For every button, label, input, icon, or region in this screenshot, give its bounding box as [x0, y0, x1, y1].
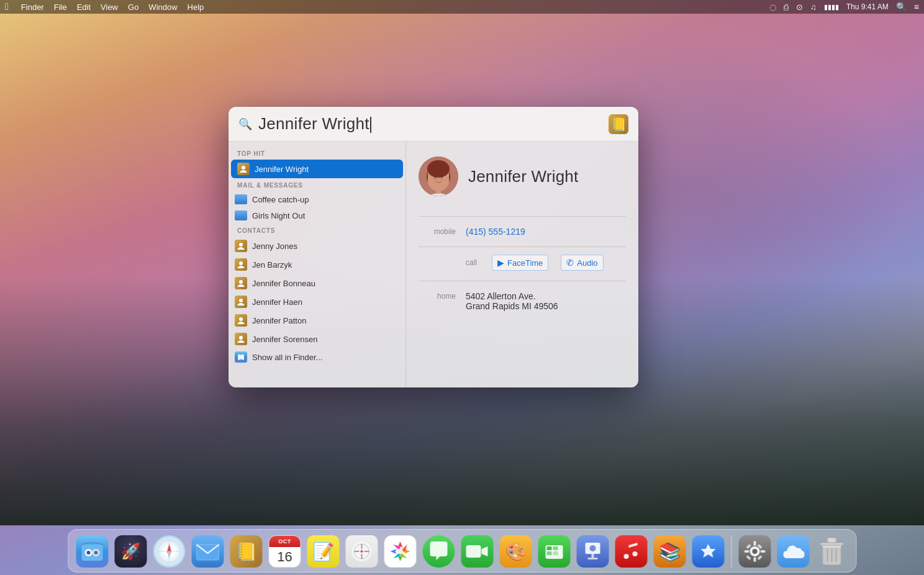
- result-jennifer-bonneau[interactable]: Jennifer Bonneau: [229, 274, 405, 292]
- dock-mockups[interactable]: 🎨: [498, 533, 534, 569]
- spotlight-icon[interactable]: 🔍: [896, 2, 907, 12]
- svg-marker-25: [167, 550, 172, 559]
- battery-icon[interactable]: ▮▮▮▮: [824, 3, 839, 11]
- dock: 🚀 📒 OC: [68, 529, 857, 573]
- result-label-jen-b: Jen Barzyk: [252, 260, 292, 269]
- dock-keynote[interactable]: [575, 533, 611, 569]
- svg-point-43: [590, 545, 596, 551]
- dock-trash[interactable]: [814, 533, 850, 569]
- home-address: 5402 Allerton Ave. Grand Rapids MI 49506: [466, 291, 626, 311]
- facetime-dock-icon: [461, 535, 494, 568]
- dock-icloud[interactable]: [776, 533, 812, 569]
- svg-rect-41: [553, 551, 558, 555]
- notification-center-icon[interactable]: ≡: [914, 2, 919, 12]
- dock-messages[interactable]: [421, 533, 457, 569]
- result-show-all-finder[interactable]: Show all in Finder...: [229, 348, 405, 366]
- finder-dock-icon: [76, 535, 109, 568]
- result-jennifer-wright-top[interactable]: Jennifer Wright: [231, 160, 403, 178]
- mobile-label: mobile: [419, 227, 456, 236]
- window-menu[interactable]: Window: [148, 2, 177, 12]
- contact-icon-patton: [235, 314, 247, 327]
- menubar:  Finder File Edit View Go Window Help ◌…: [0, 0, 924, 14]
- dock-mail[interactable]: [190, 533, 226, 569]
- svg-point-2: [239, 261, 243, 265]
- reminders-dock-icon: [346, 535, 378, 568]
- volume-icon[interactable]: ♫: [810, 2, 817, 12]
- search-query[interactable]: Jennifer Wright: [258, 114, 609, 134]
- result-label-bonneau: Jennifer Bonneau: [252, 279, 315, 288]
- go-menu[interactable]: Go: [128, 2, 138, 12]
- spotlight-content: TOP HIT Jennifer Wright MAIL & MESSAGES …: [229, 142, 638, 387]
- facetime-button[interactable]: ▶ FaceTime: [492, 255, 548, 271]
- dock-finder[interactable]: [75, 533, 111, 569]
- appstore-dock-icon: [692, 535, 725, 568]
- apple-menu[interactable]: : [5, 1, 9, 12]
- address-line-1: 5402 Allerton Ave.: [466, 291, 626, 301]
- svg-rect-54: [746, 555, 751, 560]
- result-label-jennifer-wright-top: Jennifer Wright: [255, 165, 309, 174]
- dock-reminders[interactable]: [344, 533, 380, 569]
- dock-numbers[interactable]: [537, 533, 573, 569]
- dock-separator: [732, 535, 732, 568]
- finder-menu[interactable]: Finder: [21, 2, 44, 12]
- detail-panel: Jennifer Wright mobile (415) 555-1219 ca…: [406, 142, 638, 387]
- svg-point-13: [440, 176, 443, 178]
- calendar-dock-icon: OCT 16: [269, 535, 301, 568]
- dock-notes[interactable]: 📝: [306, 533, 342, 569]
- result-jen-barzyk[interactable]: Jen Barzyk: [229, 255, 405, 274]
- svg-rect-50: [745, 550, 750, 553]
- dock-books[interactable]: 📚: [652, 533, 688, 569]
- wifi-icon[interactable]: ⊙: [796, 2, 803, 12]
- dock-launchpad[interactable]: 🚀: [113, 533, 149, 569]
- mockups-dock-icon: 🎨: [500, 535, 532, 568]
- dock-music[interactable]: [614, 533, 650, 569]
- result-jennifer-patton[interactable]: Jennifer Patton: [229, 311, 405, 330]
- contact-icon-jenny: [235, 240, 247, 252]
- home-row: home 5402 Allerton Ave. Grand Rapids MI …: [419, 286, 626, 316]
- view-menu[interactable]: View: [101, 2, 118, 12]
- mail-messages-label: MAIL & MESSAGES: [229, 178, 405, 191]
- contact-icon-sorensen: [235, 333, 247, 345]
- time-machine-icon[interactable]: ◌: [769, 2, 776, 12]
- help-menu[interactable]: Help: [188, 2, 204, 12]
- svg-rect-51: [761, 550, 766, 553]
- dock-safari[interactable]: [152, 533, 188, 569]
- contact-icon-haen: [235, 296, 247, 308]
- svg-point-3: [239, 280, 243, 284]
- contacts-book-icon: 📒: [609, 114, 628, 134]
- file-menu[interactable]: File: [54, 2, 67, 12]
- menubar-right: ◌ ⎙ ⊙ ♫ ▮▮▮▮ Thu 9:41 AM 🔍 ≡: [769, 2, 919, 12]
- dock-contacts[interactable]: 📒: [229, 533, 265, 569]
- dock-facetime[interactable]: [460, 533, 496, 569]
- messages-dock-icon: [423, 535, 455, 568]
- svg-point-19: [87, 551, 91, 555]
- edit-menu[interactable]: Edit: [77, 2, 91, 12]
- svg-rect-39: [553, 546, 558, 550]
- audio-button[interactable]: ✆ Audio: [561, 255, 603, 271]
- datetime-display: Thu 9:41 AM: [846, 2, 889, 11]
- music-dock-icon: [615, 535, 648, 568]
- divider-1: [419, 216, 626, 217]
- result-jennifer-haen[interactable]: Jennifer Haen: [229, 292, 405, 311]
- search-icon: 🔍: [238, 117, 252, 131]
- dock-photos[interactable]: [383, 533, 419, 569]
- mail-icon: [235, 194, 247, 204]
- result-girls-night-out[interactable]: Girls Night Out: [229, 207, 405, 224]
- result-coffee-catchup[interactable]: Coffee catch-up: [229, 191, 405, 207]
- svg-point-12: [434, 176, 437, 178]
- bluetooth-icon[interactable]: ⎙: [784, 2, 789, 12]
- result-jennifer-sorensen[interactable]: Jennifer Sorensen: [229, 330, 405, 348]
- dock-system-preferences[interactable]: [737, 533, 773, 569]
- mobile-value[interactable]: (415) 555-1219: [466, 227, 626, 237]
- top-hit-label: TOP HIT: [229, 147, 405, 160]
- contacts-dock-icon: 📒: [230, 535, 263, 568]
- divider-2: [419, 247, 626, 247]
- dock-calendar[interactable]: OCT 16: [267, 533, 303, 569]
- result-jenny-jones[interactable]: Jenny Jones: [229, 237, 405, 255]
- mail-dock-icon: [192, 535, 224, 568]
- dock-appstore[interactable]: [691, 533, 727, 569]
- call-label: call: [466, 258, 477, 267]
- svg-rect-45: [588, 558, 598, 559]
- svg-rect-49: [754, 557, 756, 562]
- facetime-label: FaceTime: [507, 258, 543, 268]
